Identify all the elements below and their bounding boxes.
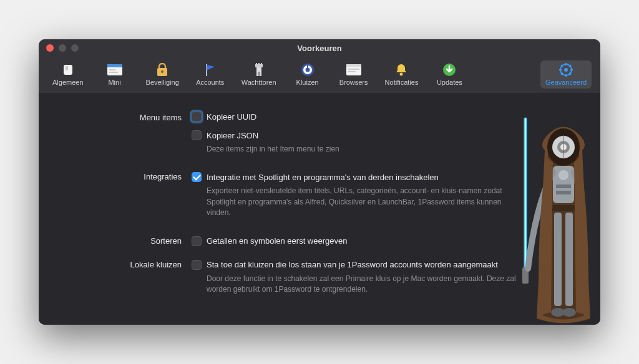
tab-mini[interactable]: Mini [95,60,135,89]
svg-rect-3 [107,64,122,67]
menu-items-label: Menu items [39,110,192,122]
titlebar: Voorkeuren [39,39,600,57]
browser-icon [346,63,362,77]
preferences-window: Voorkeuren Algemeen Mini Beveiliging A [39,39,600,325]
svg-point-17 [305,68,310,72]
download-icon [441,63,457,77]
svg-rect-5 [109,72,118,73]
close-window-button[interactable] [46,44,54,52]
local-vaults-help: Door deze functie in te schakelen zal ee… [192,271,516,300]
svg-point-50 [551,308,565,317]
tower-icon [251,63,267,77]
vault-icon [300,63,316,77]
tab-vaults[interactable]: Kluizen [288,60,328,89]
tab-label: Updates [437,79,462,86]
tab-label: Browsers [339,79,368,86]
tab-label: Geavanceerd [545,79,587,86]
lock-icon [154,63,170,77]
numbers-first-checkbox[interactable] [192,236,202,246]
tab-label: Notificaties [385,79,419,86]
svg-rect-4 [109,69,115,70]
svg-rect-22 [348,71,356,72]
integrations-help: Exporteer niet-versleutelde item titels,… [192,183,516,223]
local-vaults-label: Lokale kluizen [39,259,192,269]
switch-icon [60,63,76,77]
svg-rect-11 [256,63,257,65]
numbers-first-label: Getallen en symbolen eerst weergeven [207,236,347,246]
traffic-lights [46,44,79,52]
svg-rect-1 [66,66,68,70]
preferences-toolbar: Algemeen Mini Beveiliging Accounts Wacht [39,57,600,94]
tab-general[interactable]: Algemeen [47,60,89,89]
tab-security[interactable]: Beveiliging [141,60,184,89]
copy-uuid-checkbox[interactable] [192,112,202,122]
sorting-label: Sorteren [39,235,192,246]
advanced-pane: Menu items Kopieer UUID Kopieer JSON Dez… [39,94,600,325]
spotlight-integration-checkbox[interactable] [192,172,202,182]
svg-rect-12 [258,63,260,65]
tab-label: Mini [108,79,120,86]
tab-watchtower[interactable]: Wachttoren [237,60,281,89]
allow-standalone-vaults-label: Sta toe dat kluizen die los staan van je… [207,260,498,269]
tab-advanced[interactable]: Geavanceerd [540,60,592,89]
gear-icon [558,63,574,77]
tab-label: Accounts [196,79,224,86]
tab-notifications[interactable]: Notificaties [380,60,424,89]
svg-rect-21 [348,69,359,70]
spotlight-integration-label: Integratie met Spotlight en programma's … [207,173,439,182]
tab-label: Algemeen [52,79,84,86]
window-title: Voorkeuren [297,44,341,53]
svg-rect-14 [258,72,260,76]
integrations-label: Integraties [39,171,192,181]
copy-uuid-label: Kopieer UUID [207,112,256,122]
tab-label: Wachttoren [241,79,276,86]
tab-browsers[interactable]: Browsers [334,60,374,89]
svg-point-7 [161,70,163,73]
tab-label: Beveiliging [146,79,179,86]
svg-rect-18 [307,65,308,68]
zoom-window-button[interactable] [71,44,79,52]
copy-json-label: Kopieer JSON [207,131,258,140]
svg-point-26 [564,68,568,72]
svg-rect-20 [346,64,361,67]
copy-json-checkbox[interactable] [192,130,202,140]
mini-icon [107,63,123,77]
allow-standalone-vaults-checkbox[interactable] [192,260,202,270]
svg-point-23 [400,73,403,76]
tab-updates[interactable]: Updates [429,60,469,89]
svg-rect-13 [261,63,262,65]
menu-items-help: Deze items zijn in het Item menu te zien [192,141,516,160]
svg-point-51 [562,308,576,317]
bell-icon [393,63,409,77]
flag-icon [202,63,218,77]
tab-accounts[interactable]: Accounts [190,60,230,89]
minimize-window-button[interactable] [59,44,66,52]
tab-label: Kluizen [296,79,319,86]
